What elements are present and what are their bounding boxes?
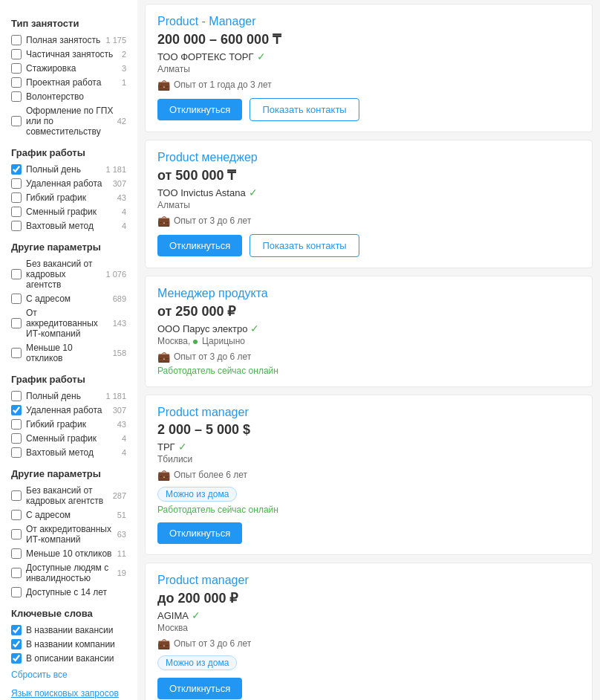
contacts-button-job1[interactable]: Показать контакты: [250, 98, 359, 121]
employer-online-job4[interactable]: Работодатель сейчас онлайн: [157, 505, 580, 515]
respond-button-job1[interactable]: Откликнуться: [157, 99, 242, 120]
schedule2-item-1[interactable]: Удаленная работа307: [11, 405, 126, 415]
job-title-job3[interactable]: Менеджер продукта: [157, 287, 268, 299]
other2-checkbox-2[interactable]: [11, 529, 22, 539]
other2-item-3[interactable]: Меньше 10 откликов11: [11, 548, 126, 559]
employment-item-3[interactable]: Проектная работа1: [11, 77, 126, 88]
schedule2-item-4[interactable]: Вахтовый метод4: [11, 447, 126, 458]
schedule1-item-3[interactable]: Сменный график4: [11, 207, 126, 217]
employment-label-0: Полная занятость: [26, 35, 102, 45]
schedule1-checkbox-3[interactable]: [11, 207, 22, 217]
schedule1-checkbox-1[interactable]: [11, 178, 22, 189]
employment-checkbox-1[interactable]: [11, 49, 22, 59]
verified-icon-job5: ✓: [192, 609, 200, 621]
other2-item-2[interactable]: От аккредитованных ИТ-компаний63: [11, 524, 126, 545]
job-salary-job4: 2 000 – 5 000 $: [157, 422, 580, 438]
remote-tag-job4: Можно из дома: [157, 487, 237, 502]
company-name-job2[interactable]: ТОО Invictus Astana: [157, 187, 246, 198]
other1-checkbox-2[interactable]: [11, 318, 22, 328]
employment-item-2[interactable]: Стажировка3: [11, 63, 126, 74]
job-title-job4[interactable]: Product manager: [157, 406, 249, 418]
lang-link[interactable]: Язык поисковых запросов: [11, 688, 119, 699]
exp-text-job2: Опыт от 3 до 6 лет: [174, 215, 251, 226]
other1-checkbox-1[interactable]: [11, 294, 22, 304]
registration-checkbox-0[interactable]: [11, 116, 22, 126]
other2-item-5[interactable]: Доступные с 14 лет: [11, 587, 126, 597]
employment-item-1[interactable]: Частичная занятость2: [11, 49, 126, 59]
schedule2-item-3[interactable]: Сменный график4: [11, 433, 126, 444]
actions-row-job5: Откликнуться: [157, 678, 580, 699]
other1-item-0[interactable]: Без вакансий от кадровых агентств1 076: [11, 259, 126, 290]
other-section-title-2: Другие параметры: [11, 468, 126, 479]
other2-checkbox-1[interactable]: [11, 510, 22, 520]
job-title-job2[interactable]: Product менеджер: [157, 151, 258, 163]
schedule2-count-4: 4: [122, 448, 126, 457]
employment-checkbox-3[interactable]: [11, 77, 22, 88]
reset-link[interactable]: Сбросить все: [11, 670, 126, 680]
other1-count-2: 143: [113, 319, 126, 328]
keyword-item-0[interactable]: В названии вакансии: [11, 625, 126, 635]
company-name-job3[interactable]: ООО Парус электро: [157, 323, 247, 334]
schedule2-label-0: Полный день: [26, 391, 102, 401]
schedule1-label-4: Вахтовый метод: [26, 221, 119, 231]
schedule2-checkbox-4[interactable]: [11, 447, 22, 458]
other2-item-1[interactable]: С адресом51: [11, 510, 126, 520]
other2-checkbox-5[interactable]: [11, 587, 22, 597]
schedule1-checkbox-2[interactable]: [11, 192, 22, 203]
keyword-item-2[interactable]: В описании вакансии: [11, 653, 126, 664]
company-row-job4: ТРГ ✓: [157, 441, 580, 453]
company-name-job5[interactable]: AGIMA: [157, 610, 189, 621]
other1-item-1[interactable]: С адресом689: [11, 294, 126, 304]
schedule1-item-1[interactable]: Удаленная работа307: [11, 178, 126, 189]
other2-checkbox-4[interactable]: [11, 568, 22, 578]
schedule2-checkbox-0[interactable]: [11, 391, 22, 401]
schedule2-checkbox-2[interactable]: [11, 419, 22, 430]
other2-count-3: 11: [117, 549, 126, 558]
schedule1-checkbox-0[interactable]: [11, 164, 22, 175]
schedule1-checkbox-4[interactable]: [11, 221, 22, 231]
respond-button-job4[interactable]: Откликнуться: [157, 522, 242, 544]
keyword-checkbox-0[interactable]: [11, 625, 22, 635]
other2-checkbox-3[interactable]: [11, 548, 22, 559]
other1-checkbox-0[interactable]: [11, 269, 22, 279]
employment-checkbox-2[interactable]: [11, 63, 22, 74]
other2-item-0[interactable]: Без вакансий от кадровых агентств287: [11, 485, 126, 506]
schedule2-checkbox-3[interactable]: [11, 433, 22, 444]
remote-tag-job5: Можно из дома: [157, 655, 237, 670]
other1-label-2: От аккредитованных ИТ-компаний: [26, 308, 110, 339]
schedule2-item-0[interactable]: Полный день1 181: [11, 391, 126, 401]
schedule2-label-4: Вахтовый метод: [26, 447, 119, 458]
employer-online-job3[interactable]: Работодатель сейчас онлайн: [157, 366, 580, 376]
company-name-job1[interactable]: ТОО ФОРТЕКС ТОРГ: [157, 51, 254, 62]
other1-item-3[interactable]: Меньше 10 откликов158: [11, 343, 126, 363]
schedule2-checkbox-1[interactable]: [11, 405, 22, 415]
schedule1-item-0[interactable]: Полный день1 181: [11, 164, 126, 175]
schedule2-label-2: Гибкий график: [26, 419, 114, 430]
employment-item-4[interactable]: Волонтерство: [11, 91, 126, 102]
other1-item-2[interactable]: От аккредитованных ИТ-компаний143: [11, 308, 126, 339]
keyword-checkbox-1[interactable]: [11, 639, 22, 649]
company-name-job4[interactable]: ТРГ: [157, 441, 175, 453]
employment-item-0[interactable]: Полная занятость1 175: [11, 35, 126, 45]
employment-checkbox-4[interactable]: [11, 91, 22, 102]
schedule2-item-2[interactable]: Гибкий график43: [11, 419, 126, 430]
contacts-button-job2[interactable]: Показать контакты: [250, 234, 359, 257]
respond-button-job2[interactable]: Откликнуться: [157, 235, 242, 256]
schedule-section-title-2: График работы: [11, 374, 126, 385]
exp-row-job1: 💼Опыт от 1 года до 3 лет: [157, 79, 580, 91]
respond-button-job5[interactable]: Откликнуться: [157, 678, 242, 699]
schedule1-item-4[interactable]: Вахтовый метод4: [11, 221, 126, 231]
other1-checkbox-3[interactable]: [11, 348, 22, 358]
job-title-job1[interactable]: Product - Manager: [157, 15, 256, 27]
keyword-item-1[interactable]: В названии компании: [11, 639, 126, 649]
registration-item-0[interactable]: Оформление по ГПХ или по совместительств…: [11, 106, 126, 137]
job-title-job5[interactable]: Product manager: [157, 574, 249, 586]
other2-item-4[interactable]: Доступные людям с инвалидностью19: [11, 563, 126, 583]
schedule1-item-2[interactable]: Гибкий график43: [11, 192, 126, 203]
other-section-title-1: Другие параметры: [11, 242, 126, 253]
other2-checkbox-0[interactable]: [11, 490, 22, 501]
job-card-job3: Менеджер продуктаот 250 000 ₽ООО Парус э…: [145, 276, 593, 387]
registration-count-0: 42: [117, 117, 126, 126]
keyword-checkbox-2[interactable]: [11, 653, 22, 664]
employment-checkbox-0[interactable]: [11, 35, 22, 45]
